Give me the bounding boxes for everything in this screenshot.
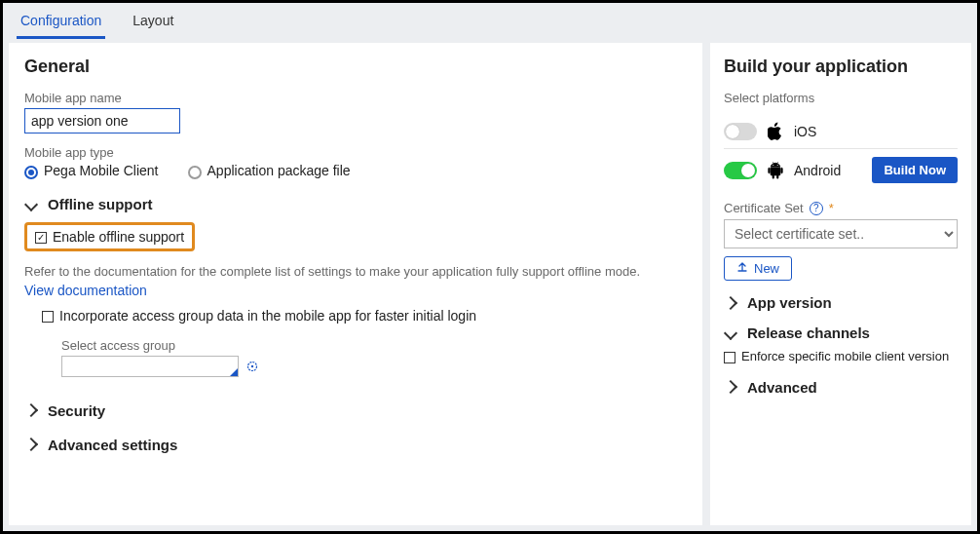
mobile-app-name-field: Mobile app name: [24, 91, 687, 134]
checkbox-icon: [724, 352, 735, 363]
build-panel: Build your application Select platforms …: [710, 43, 971, 525]
radio-application-package-file[interactable]: Application package file: [188, 163, 351, 178]
platform-row-ios: iOS: [724, 115, 958, 149]
radio-icon: [188, 166, 202, 179]
chevron-down-icon: [24, 197, 38, 210]
radio-pega-mobile-client[interactable]: Pega Mobile Client: [24, 163, 159, 178]
tab-configuration[interactable]: Configuration: [17, 9, 105, 39]
crosshair-icon[interactable]: [245, 359, 260, 374]
required-star-icon: *: [829, 201, 834, 215]
build-now-button[interactable]: Build Now: [872, 157, 958, 183]
app-window: Configuration Layout General Mobile app …: [0, 0, 980, 534]
platform-row-android: Android Build Now: [724, 149, 958, 191]
enable-offline-support-highlight: Enable offline support: [24, 222, 195, 251]
checkbox-label: Enable offline support: [53, 229, 184, 245]
configuration-panel: General Mobile app name Mobile app type …: [9, 43, 702, 525]
radio-label: Pega Mobile Client: [44, 163, 159, 178]
tab-layout[interactable]: Layout: [129, 9, 177, 39]
offline-help-text: Refer to the documentation for the compl…: [24, 263, 687, 281]
enforce-label: Enforce specific mobile client version: [741, 349, 949, 365]
apple-icon: [767, 123, 784, 140]
certificate-set-select[interactable]: Select certificate set..: [724, 219, 958, 248]
new-certificate-button[interactable]: New: [724, 256, 792, 281]
checkbox-icon: [42, 311, 54, 323]
content-area: General Mobile app name Mobile app type …: [3, 39, 977, 531]
select-platforms-label: Select platforms: [724, 91, 958, 105]
mobile-app-name-label: Mobile app name: [24, 91, 687, 105]
app-version-title: App version: [747, 294, 832, 311]
certificate-set-label: Certificate Set ? *: [724, 201, 958, 215]
svg-point-2: [773, 164, 773, 165]
enable-offline-support-checkbox[interactable]: Enable offline support: [35, 229, 184, 245]
incorporate-access-group-checkbox[interactable]: Incorporate access group data in the mob…: [42, 308, 476, 324]
ios-toggle[interactable]: [724, 123, 757, 140]
ios-label: iOS: [794, 124, 816, 139]
view-documentation-link[interactable]: View documentation: [24, 283, 687, 298]
enforce-version-checkbox[interactable]: Enforce specific mobile client version: [724, 349, 958, 365]
tabs-bar: Configuration Layout: [3, 3, 977, 39]
access-group-label: Select access group: [61, 338, 687, 353]
upload-icon: [736, 261, 748, 276]
build-title: Build your application: [724, 57, 958, 77]
security-title: Security: [48, 402, 105, 419]
svg-point-1: [251, 364, 253, 366]
radio-icon: [24, 166, 38, 179]
autocomplete-corner-icon: [230, 368, 238, 376]
advanced-settings-header[interactable]: Advanced settings: [24, 437, 687, 453]
mobile-app-name-input[interactable]: [24, 108, 180, 134]
android-toggle[interactable]: [724, 162, 757, 179]
chevron-down-icon: [724, 325, 737, 339]
radio-label: Application package file: [207, 163, 351, 178]
offline-support-header[interactable]: Offline support: [24, 196, 687, 212]
android-icon: [767, 162, 784, 179]
android-label: Android: [794, 163, 841, 178]
release-channels-section[interactable]: Release channels: [724, 324, 958, 341]
security-section-header[interactable]: Security: [24, 402, 687, 419]
checkbox-label: Incorporate access group data in the mob…: [59, 308, 476, 324]
help-icon[interactable]: ?: [810, 202, 823, 215]
chevron-right-icon: [724, 295, 737, 309]
new-button-label: New: [754, 261, 779, 276]
mobile-app-type-label: Mobile app type: [24, 145, 687, 160]
chevron-right-icon: [24, 403, 38, 417]
chevron-right-icon: [24, 438, 38, 451]
access-group-input[interactable]: [61, 356, 239, 377]
mobile-app-type-field: Mobile app type Pega Mobile Client Appli…: [24, 145, 687, 178]
chevron-right-icon: [724, 380, 737, 394]
checkbox-icon: [35, 232, 47, 244]
offline-support-title: Offline support: [48, 196, 153, 212]
advanced-title: Advanced: [747, 379, 817, 396]
advanced-settings-title: Advanced settings: [48, 437, 177, 453]
release-channels-title: Release channels: [747, 324, 870, 341]
general-heading: General: [24, 57, 687, 77]
advanced-section[interactable]: Advanced: [724, 379, 958, 396]
app-version-section[interactable]: App version: [724, 294, 958, 311]
mobile-app-type-radiogroup: Pega Mobile Client Application package f…: [24, 163, 687, 178]
svg-point-3: [777, 164, 778, 165]
